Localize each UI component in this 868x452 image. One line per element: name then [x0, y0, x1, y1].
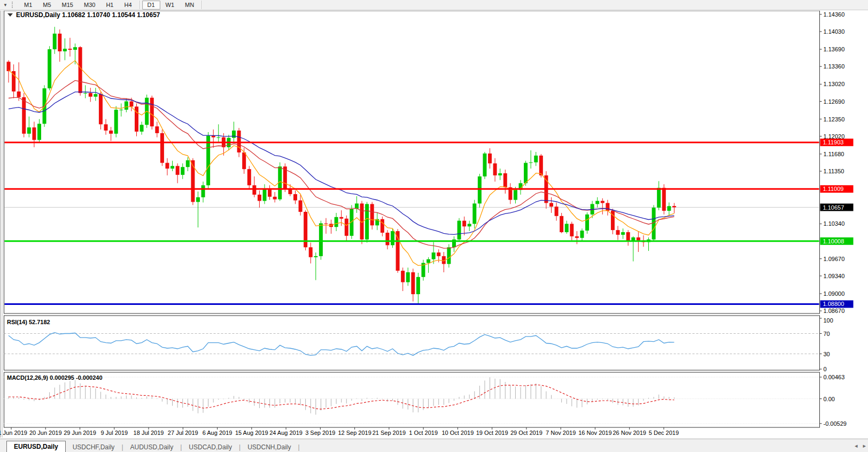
candle-body: [299, 201, 303, 212]
candle-body: [606, 203, 609, 211]
date-axis-label: 6 Aug 2019: [203, 430, 232, 436]
macd-axis-label: 0.00: [824, 396, 835, 402]
timeframe-button-h4[interactable]: H4: [119, 1, 137, 10]
candle-body: [237, 131, 241, 152]
timeframe-button-m5[interactable]: M5: [37, 1, 56, 10]
timeframe-buttons: M1M5M15M30H1H4D1W1MN: [19, 1, 204, 10]
candle-body: [381, 219, 384, 233]
candle-body: [524, 163, 528, 183]
price-axis-label: 1.09340: [824, 273, 845, 279]
candle-body: [304, 212, 307, 247]
candle-body: [335, 217, 338, 227]
candle-body: [539, 156, 543, 175]
chart-title: EURUSD,Daily 1.10682 1.10740 1.10544 1.1…: [7, 11, 160, 19]
candle-body: [181, 167, 184, 175]
price-axis-label: 1.13020: [824, 81, 845, 87]
date-axis-label: 24 Aug 2019: [269, 430, 303, 436]
price-tag: 1.10657: [820, 204, 854, 211]
candle-body: [345, 219, 348, 236]
date-axis-label: 29 Jun 2019: [64, 430, 96, 436]
toolbar-separator: [140, 1, 140, 9]
tab-scroll-left-icon[interactable]: ◂: [855, 442, 858, 449]
candle-body: [53, 34, 57, 49]
chart-tab-usdchf[interactable]: USDCHF,Daily: [66, 442, 122, 452]
candle-body: [601, 201, 604, 203]
candle-body: [621, 232, 625, 235]
candle-body: [89, 93, 92, 97]
timeframe-button-m15[interactable]: M15: [57, 1, 79, 10]
chart-canvas[interactable]: 1.143601.140301.136901.133601.130201.126…: [0, 10, 868, 439]
mt4-window: ▼ M1M5M15M30H1H4D1W1MN 1.143601.140301.1…: [0, 0, 868, 452]
timeframe-button-d1[interactable]: D1: [142, 1, 160, 10]
candle-body: [150, 98, 154, 127]
candle-body: [114, 110, 118, 134]
date-axis-label: 12 Sep 2019: [338, 430, 371, 436]
candle-body: [212, 136, 215, 137]
timeframe-button-h1[interactable]: H1: [100, 1, 119, 10]
price-tag-label: 1.08800: [823, 301, 844, 307]
candle-body: [391, 231, 394, 245]
candle-body: [575, 236, 579, 238]
date-axis-label: 11 Jun 2019: [0, 430, 27, 436]
candle-body: [401, 271, 405, 282]
candle-body: [483, 154, 486, 177]
date-axis-label: 29 Oct 2019: [510, 430, 542, 436]
candle-body: [135, 106, 138, 132]
candle-body: [268, 189, 272, 197]
candle-body: [22, 97, 26, 134]
candle-body: [273, 197, 277, 200]
tab-scroll-right-icon[interactable]: ▸: [863, 442, 866, 449]
toolbar-grip-handle[interactable]: [12, 2, 15, 8]
candle-body: [406, 272, 410, 282]
timeframe-button-mn[interactable]: MN: [180, 1, 199, 10]
chart-tab-usdcad[interactable]: USDCAD,Daily: [182, 442, 239, 452]
candle-body: [12, 71, 15, 91]
candle-body: [570, 224, 574, 236]
chart-tab-usdcnh[interactable]: USDCNH,Daily: [241, 442, 298, 452]
timeframe-button-w1[interactable]: W1: [160, 1, 180, 10]
candle-body: [232, 131, 236, 138]
candle-body: [637, 238, 640, 241]
candle-body: [626, 232, 630, 241]
date-axis-label: 16 Nov 2019: [578, 430, 611, 436]
date-axis-label: 9 Jul 2019: [100, 430, 128, 436]
candle-body: [247, 169, 251, 185]
candle-body: [657, 188, 661, 208]
candle-body: [129, 102, 133, 107]
candle-body: [672, 206, 676, 207]
date-axis-label: 27 Jul 2019: [168, 430, 198, 436]
candle-body: [83, 93, 87, 94]
charts-dropdown-button[interactable]: ▼: [0, 1, 11, 9]
candle-body: [176, 166, 180, 175]
candle-body: [309, 247, 313, 257]
candle-body: [437, 252, 440, 256]
candle-body: [652, 208, 656, 239]
date-axis-label: 26 Nov 2019: [613, 430, 646, 436]
timeframe-button-m1[interactable]: M1: [19, 1, 37, 10]
chart-tab-audusd[interactable]: AUDUSD,Daily: [123, 442, 181, 452]
price-axis-label: 1.12690: [824, 98, 845, 105]
candle-body: [125, 102, 128, 110]
rsi-axis-label: 30: [824, 351, 830, 357]
candle-body: [242, 152, 246, 169]
price-axis-label: 1.11350: [824, 168, 844, 174]
candle-body: [48, 49, 51, 88]
candle-body: [468, 224, 471, 226]
candle-body: [160, 133, 164, 163]
chart-tab-eurusd[interactable]: EURUSD,Daily: [6, 441, 66, 452]
price-axis-label: 1.11680: [824, 151, 844, 157]
candle-body: [165, 163, 169, 168]
tab-divider: |: [298, 442, 299, 452]
price-tag: 1.11903: [820, 139, 854, 146]
price-axis-label: 1.09670: [824, 256, 845, 262]
timeframe-button-m30[interactable]: M30: [79, 1, 100, 10]
candle-body: [186, 160, 190, 167]
candle-body: [170, 166, 174, 168]
timeframe-toolbar: ▼ M1M5M15M30H1H4D1W1MN: [0, 0, 868, 10]
date-axis-label: 19 Oct 2019: [476, 430, 508, 436]
candle-body: [7, 62, 11, 71]
candle-body: [514, 190, 517, 200]
candle-body: [104, 124, 108, 131]
date-axis-label: 1 Oct 2019: [409, 430, 438, 436]
price-tag-label: 1.10657: [823, 204, 844, 211]
